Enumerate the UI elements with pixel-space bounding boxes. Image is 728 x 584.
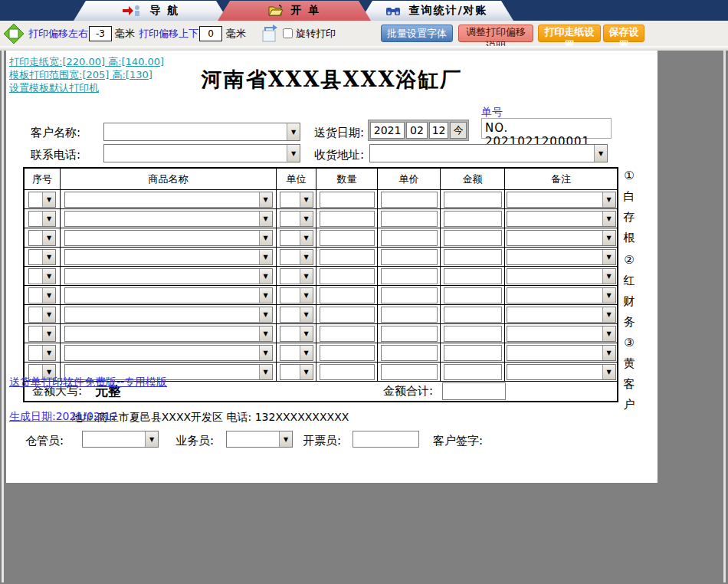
cell-select[interactable]: ▼ bbox=[280, 249, 313, 265]
date-day-field[interactable]: 12 bbox=[429, 122, 449, 139]
offset-lr-input[interactable] bbox=[89, 26, 112, 41]
date-today-button[interactable]: 今 bbox=[450, 122, 467, 139]
unit-price-field[interactable] bbox=[381, 230, 438, 246]
cell-select[interactable]: ▼ bbox=[280, 230, 313, 246]
cell-select[interactable]: ▼ bbox=[507, 345, 616, 361]
cell-select[interactable]: ▼ bbox=[507, 249, 616, 265]
cell-select[interactable]: ▼ bbox=[507, 287, 616, 303]
chevron-down-icon: ▼ bbox=[259, 192, 272, 207]
cell-select[interactable]: ▼ bbox=[64, 345, 273, 361]
qty-field[interactable] bbox=[320, 364, 375, 380]
phone-select[interactable]: ▼ bbox=[103, 144, 300, 162]
amount-field[interactable] bbox=[444, 268, 502, 284]
adjust-offset-button[interactable]: 调整打印偏移说明 bbox=[458, 25, 533, 42]
qty-field[interactable] bbox=[320, 249, 375, 265]
customer-select[interactable]: ▼ bbox=[103, 123, 300, 141]
cell-select[interactable]: ▼ bbox=[64, 249, 273, 265]
cell-select[interactable]: ▼ bbox=[280, 211, 313, 227]
cell-select[interactable]: ▼ bbox=[64, 211, 273, 227]
tab-billing[interactable]: 开 单 bbox=[218, 1, 371, 21]
free-version-link[interactable]: 送货单打印软件免费版--专用模版 bbox=[9, 376, 167, 389]
unit-price-field[interactable] bbox=[381, 345, 438, 361]
cell-select[interactable]: ▼ bbox=[280, 268, 313, 284]
qty-field[interactable] bbox=[320, 192, 375, 208]
qty-field[interactable] bbox=[320, 211, 375, 227]
batch-font-button[interactable]: 批量设置字体 bbox=[381, 25, 453, 42]
amount-field[interactable] bbox=[444, 211, 502, 227]
cell-select[interactable]: ▼ bbox=[280, 192, 313, 208]
receive-address-select[interactable]: ▼ bbox=[369, 144, 608, 162]
cell-select[interactable]: ▼ bbox=[28, 287, 56, 303]
cell-select[interactable]: ▼ bbox=[28, 307, 56, 323]
warehouse-keeper-select[interactable]: ▼ bbox=[82, 431, 159, 448]
cell-select[interactable]: ▼ bbox=[28, 345, 56, 361]
unit-price-field[interactable] bbox=[381, 249, 438, 265]
unit-price-field[interactable] bbox=[381, 211, 438, 227]
unit-price-field[interactable] bbox=[381, 326, 438, 342]
amount-field[interactable] bbox=[444, 345, 502, 361]
cell-select[interactable]: ▼ bbox=[280, 364, 313, 380]
amount-field[interactable] bbox=[444, 249, 502, 265]
cell-select[interactable]: ▼ bbox=[507, 192, 616, 208]
amount-total-label: 金额合计: bbox=[383, 384, 433, 399]
qty-field[interactable] bbox=[320, 287, 375, 303]
qty-field[interactable] bbox=[320, 307, 375, 323]
tab-query-stats[interactable]: 查询统计/对账 bbox=[360, 1, 513, 21]
cell-select[interactable]: ▼ bbox=[64, 268, 273, 284]
paper-feed-button[interactable]: 打印走纸设置 bbox=[538, 25, 601, 42]
cell-select[interactable]: ▼ bbox=[507, 230, 616, 246]
cell-select[interactable]: ▼ bbox=[28, 268, 56, 284]
invoicer-field[interactable] bbox=[353, 431, 419, 448]
cell-select[interactable]: ▼ bbox=[64, 326, 273, 342]
cell-select[interactable]: ▼ bbox=[64, 287, 273, 303]
qty-field[interactable] bbox=[320, 345, 375, 361]
amount-field[interactable] bbox=[444, 307, 502, 323]
cell-select[interactable]: ▼ bbox=[28, 326, 56, 342]
cell-select[interactable]: ▼ bbox=[507, 211, 616, 227]
cell-select[interactable]: ▼ bbox=[280, 345, 313, 361]
amount-total-field[interactable] bbox=[442, 382, 506, 400]
qty-field[interactable] bbox=[320, 268, 375, 284]
rotate-print-checkbox[interactable] bbox=[283, 28, 293, 38]
unit-price-field[interactable] bbox=[381, 287, 438, 303]
cell-select[interactable]: ▼ bbox=[64, 230, 273, 246]
chevron-down-icon: ▼ bbox=[602, 269, 615, 284]
amount-field[interactable] bbox=[444, 230, 502, 246]
unit-price-field[interactable] bbox=[381, 307, 438, 323]
qty-field[interactable] bbox=[320, 326, 375, 342]
amount-field[interactable] bbox=[444, 364, 502, 380]
amount-field[interactable] bbox=[444, 326, 502, 342]
date-month-field[interactable]: 02 bbox=[406, 122, 428, 139]
cell-select[interactable]: ▼ bbox=[28, 249, 56, 265]
save-settings-button[interactable]: 保存设置 bbox=[603, 25, 644, 42]
cell-select[interactable]: ▼ bbox=[507, 326, 616, 342]
date-year-field[interactable]: 2021 bbox=[370, 122, 405, 139]
tab-navigation[interactable]: 导 航 bbox=[74, 1, 228, 21]
cell-select[interactable]: ▼ bbox=[28, 211, 56, 227]
generated-date-link[interactable]: 生成日期:2021/02/12 bbox=[9, 410, 117, 424]
cell-select[interactable]: ▼ bbox=[64, 307, 273, 323]
cell-select[interactable]: ▼ bbox=[64, 192, 273, 208]
cell-select[interactable]: ▼ bbox=[280, 287, 313, 303]
cell-select[interactable]: ▼ bbox=[507, 307, 616, 323]
cell-select[interactable]: ▼ bbox=[280, 326, 313, 342]
table-row: ▼▼▼▼ bbox=[25, 208, 617, 228]
chevron-down-icon: ▼ bbox=[287, 145, 300, 162]
cell-select[interactable]: ▼ bbox=[507, 364, 616, 380]
qty-field[interactable] bbox=[320, 230, 375, 246]
amount-field[interactable] bbox=[444, 192, 502, 208]
salesman-select[interactable]: ▼ bbox=[226, 431, 293, 448]
unit-price-field[interactable] bbox=[381, 192, 438, 208]
order-no-field[interactable]: NO. 2021021200001 bbox=[481, 118, 612, 139]
amount-field[interactable] bbox=[444, 287, 502, 303]
cell-select[interactable]: ▼ bbox=[28, 230, 56, 246]
cell-select[interactable]: ▼ bbox=[28, 192, 56, 208]
chevron-down-icon: ▼ bbox=[300, 231, 313, 245]
unit-price-field[interactable] bbox=[381, 268, 438, 284]
cell-select[interactable]: ▼ bbox=[507, 268, 616, 284]
chevron-down-icon: ▼ bbox=[602, 307, 615, 322]
offset-tb-input[interactable] bbox=[199, 26, 222, 41]
unit-price-field[interactable] bbox=[381, 364, 438, 380]
table-row: ▼▼▼▼ bbox=[25, 285, 617, 304]
cell-select[interactable]: ▼ bbox=[280, 307, 313, 323]
